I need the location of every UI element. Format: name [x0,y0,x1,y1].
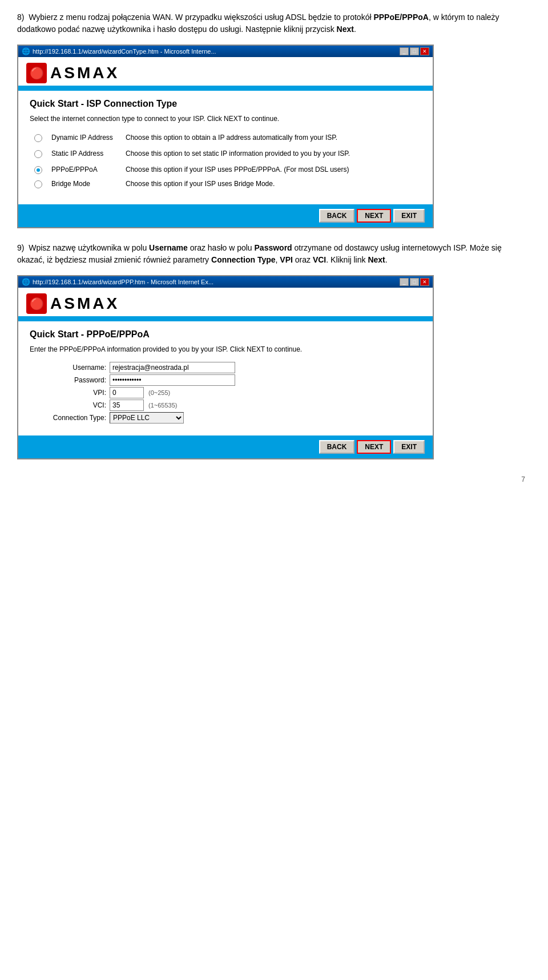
browser-title-2: http://192.168.1.1/wizard/wizardPPP.htm … [33,279,213,285]
minimize-btn-2[interactable]: _ [400,278,409,286]
username-input[interactable] [110,362,235,373]
close-btn-1[interactable]: ✕ [420,47,429,55]
vpi-label-cell: VPI: [41,386,110,399]
browser-window-1: 🌐 http://192.168.1.1/wizard/wizardConTyp… [17,45,434,228]
instruction-2: Enter the PPPoE/PPPoA information provid… [30,345,421,353]
option-label-bridge: Bridge Mode [47,177,121,193]
option-row-pppoe: PPPoE/PPPoA Choose this option if your I… [30,163,421,177]
page-footer: 7 [17,473,531,486]
option-radio-dynamic[interactable] [30,131,47,147]
browser-body-1: 🔴 ASMAX Quick Start - ISP Connection Typ… [18,57,433,227]
step9-bold2: Password [255,243,292,252]
exit-button-2[interactable]: EXIT [393,440,425,454]
step8-bold2: Next [337,25,354,34]
next-button-1[interactable]: NEXT [357,209,391,223]
browser-titlebar-2: 🌐 http://192.168.1.1/wizard/wizardPPP.ht… [18,276,433,288]
option-radio-pppoe[interactable] [30,163,47,177]
option-label-pppoe: PPPoE/PPPoA [47,163,121,177]
win-controls-2: _ □ ✕ [400,278,429,286]
vpi-row: VPI: (0~255) [41,386,235,399]
step9-bold5: VCI [313,255,326,264]
vpi-label: VPI: [93,389,106,397]
bottom-bar-2: BACK NEXT EXIT [18,435,433,458]
close-btn-2[interactable]: ✕ [420,278,429,286]
vci-input[interactable] [110,400,144,411]
option-row-dynamic: Dynamic IP Address Choose this option to… [30,131,421,147]
username-row: Username: [41,361,235,374]
step8-text: 8) Wybierz z menu rodzaj połączenia WAN.… [17,13,373,22]
asmax-logo-text-2: ASMAX [50,295,119,313]
asmax-logo-icon-2: 🔴 [26,293,47,314]
vpi-input[interactable] [110,387,144,398]
vci-value-cell: (1~65535) [110,399,235,412]
asmax-logo-1: 🔴 ASMAX [26,63,119,83]
option-desc-dynamic: Choose this option to obtain a IP addres… [121,131,421,147]
maximize-btn-1[interactable]: □ [410,47,419,55]
vci-label-cell: VCI: [41,399,110,412]
step9-bold4: VPI [280,255,293,264]
options-table-1: Dynamic IP Address Choose this option to… [30,131,421,193]
instruction-1: Select the internet connection type to c… [30,115,421,123]
vpi-hint: (0~255) [148,389,170,396]
radio-static[interactable] [34,150,42,158]
option-radio-bridge[interactable] [30,177,47,193]
username-label-cell: Username: [41,361,110,374]
titlebar-left-1: 🌐 http://192.168.1.1/wizard/wizardConTyp… [22,47,216,55]
win-controls-1: _ □ ✕ [400,47,429,55]
browser-title-1: http://192.168.1.1/wizard/wizardConType.… [33,48,216,55]
vpi-value-cell: (0~255) [110,386,235,399]
step8-text3: . [354,25,356,34]
step9-bold1: Username [149,243,188,252]
page-content: 8) Wybierz z menu rodzaj połączenia WAN.… [0,0,548,497]
conn-type-select[interactable]: PPPoE LLC PPPoA LLC PPPoE VC-Mux PPPoA V… [110,412,184,424]
asmax-header-2: 🔴 ASMAX [18,288,433,318]
next-button-2[interactable]: NEXT [357,440,391,454]
radio-bridge[interactable] [34,180,42,188]
step9-bold3: Connection Type [211,255,276,264]
vci-row: VCI: (1~65535) [41,399,235,412]
username-value-cell [110,361,235,374]
maximize-btn-2[interactable]: □ [410,278,419,286]
step9-bold6: Next [368,255,385,264]
vci-label: VCI: [93,401,106,409]
asmax-logo-2: 🔴 ASMAX [26,293,119,314]
option-row-bridge: Bridge Mode Choose this option if your I… [30,177,421,193]
browser-icon-2: 🌐 [22,278,30,286]
password-row: Password: [41,374,235,386]
pppoe-form: Username: Password: [30,361,421,430]
conn-type-row: Connection Type: PPPoE LLC PPPoA LLC PPP… [41,412,235,424]
conn-type-value-cell: PPPoE LLC PPPoA LLC PPPoE VC-Mux PPPoA V… [110,412,235,424]
option-desc-bridge: Choose this option if your ISP uses Brid… [121,177,421,193]
option-label-static: Static IP Address [47,147,121,163]
step9-text6: . Kliknij link [326,255,368,264]
browser-icon-1: 🌐 [22,47,30,55]
page-title-2: Quick Start - PPPoE/PPPoA [30,329,421,340]
conn-type-label-cell: Connection Type: [41,412,110,424]
option-desc-pppoe: Choose this option if your ISP uses PPPo… [121,163,421,177]
radio-pppoe-selected [37,168,40,172]
step9-paragraph: 9) Wpisz nazwę użytkownika w polu Userna… [17,242,531,266]
radio-pppoe[interactable] [34,166,42,174]
option-label-dynamic: Dynamic IP Address [47,131,121,147]
exit-button-1[interactable]: EXIT [393,209,425,223]
back-button-1[interactable]: BACK [319,209,355,223]
password-label-cell: Password: [41,374,110,386]
step9-text2: oraz hasło w polu [188,243,255,252]
vci-hint: (1~65535) [148,402,177,409]
page-number: 7 [521,475,525,483]
step9-text7: . [385,255,388,264]
minimize-btn-1[interactable]: _ [400,47,409,55]
step8-paragraph: 8) Wybierz z menu rodzaj połączenia WAN.… [17,11,531,35]
titlebar-left-2: 🌐 http://192.168.1.1/wizard/wizardPPP.ht… [22,278,213,286]
logo-icon-char-2: 🔴 [30,297,44,310]
option-radio-static[interactable] [30,147,47,163]
conn-type-label: Connection Type: [53,414,106,422]
back-button-2[interactable]: BACK [319,440,355,454]
asmax-header-1: 🔴 ASMAX [18,57,433,87]
form-area-2: Quick Start - PPPoE/PPPoA Enter the PPPo… [18,321,433,435]
password-input[interactable] [110,374,235,386]
step8-bold1: PPPoE/PPPoA [373,13,428,22]
radio-dynamic[interactable] [34,134,42,142]
username-label: Username: [72,364,106,372]
asmax-logo-text-1: ASMAX [50,64,119,82]
